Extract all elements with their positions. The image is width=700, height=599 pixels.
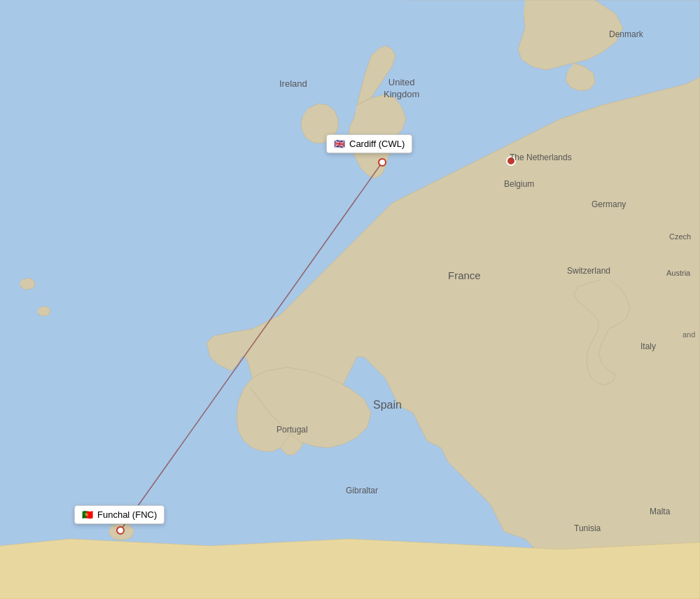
- cardiff-airport-dot: [378, 158, 386, 167]
- map-svg: [0, 0, 700, 599]
- svg-point-2: [507, 157, 515, 165]
- funchal-airport-dot: [116, 526, 125, 535]
- map-container: 🇬🇧 Cardiff (CWL) 🇵🇹 Funchal (FNC) Irelan…: [0, 0, 700, 599]
